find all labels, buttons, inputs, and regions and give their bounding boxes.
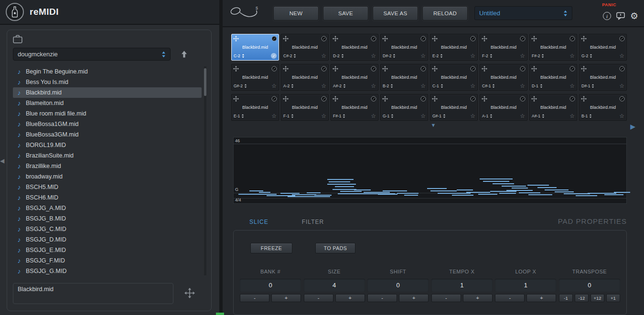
control-btn-plus[interactable]: + [271, 294, 301, 302]
move-icon[interactable] [382, 66, 388, 72]
note-stepper-icon[interactable] [391, 114, 394, 118]
pad-favorite-star-icon[interactable]: ☆ [569, 53, 575, 59]
pad-d-2[interactable]: Blackbird.midD-2☆ [331, 34, 378, 61]
note-stepper-icon[interactable] [291, 84, 294, 88]
pad-record-icon[interactable] [619, 66, 625, 72]
pad-c-2[interactable]: Blackbird.midC-2✓ [231, 34, 279, 61]
pad-favorite-star-icon[interactable]: ☆ [470, 83, 475, 89]
move-icon[interactable] [581, 36, 587, 42]
move-icon[interactable] [531, 66, 537, 72]
pad-record-icon[interactable] [520, 66, 526, 72]
control-btn-plus[interactable]: + [399, 294, 429, 302]
pad-record-icon[interactable] [569, 96, 575, 102]
file-item[interactable]: ♪broadway.mid [13, 171, 202, 182]
pad-favorite-star-icon[interactable]: ☆ [569, 83, 575, 89]
note-stepper-icon[interactable] [540, 84, 543, 88]
file-item[interactable]: ♪BlueBossa1GM.mid [13, 119, 202, 129]
preset-dropdown[interactable]: Untitled [474, 6, 572, 20]
file-item[interactable]: ♪Bess You Is.mid [13, 77, 202, 87]
note-stepper-icon[interactable] [490, 53, 493, 58]
pad-record-icon[interactable] [271, 36, 277, 42]
move-icon[interactable] [432, 36, 438, 42]
pad-favorite-star-icon[interactable]: ☆ [420, 113, 426, 119]
note-stepper-icon[interactable] [591, 84, 594, 88]
move-icon[interactable] [531, 96, 537, 102]
file-list[interactable]: ♪Begin The Beguine.mid♪Bess You Is.mid♪B… [13, 66, 205, 278]
control-btn-plus12[interactable]: +12 [590, 294, 604, 302]
control-value[interactable]: 1 [495, 279, 556, 292]
pad-fs-2[interactable]: Blackbird.midF#-2☆ [529, 34, 577, 61]
play-icon[interactable]: ▶ [630, 123, 635, 130]
control-value[interactable]: 0 [367, 279, 429, 292]
file-item[interactable]: ♪BrazilianSuite.mid [13, 150, 202, 161]
tab-slice[interactable]: SLICE [249, 219, 268, 225]
pad-favorite-star-icon[interactable]: ☆ [569, 113, 575, 119]
pad-e-1[interactable]: Blackbird.midE-1☆ [231, 94, 279, 121]
expand-down-icon[interactable]: ▼ [431, 122, 436, 128]
note-stepper-icon[interactable] [490, 114, 493, 118]
move-icon[interactable] [531, 36, 537, 42]
pad-d-1[interactable]: Blackbird.midD-1☆ [529, 64, 577, 91]
move-icon[interactable] [333, 66, 338, 72]
pad-favorite-star-icon[interactable]: ☆ [321, 53, 326, 59]
file-item[interactable]: ♪BSCH5.MID [13, 182, 202, 192]
pad-fs-1[interactable]: Blackbird.midF#-1☆ [331, 94, 378, 121]
pad-record-icon[interactable] [619, 36, 625, 42]
file-item[interactable]: ♪BSGJG_F.MID [13, 255, 202, 266]
pad-favorite-star-icon[interactable]: ☆ [619, 83, 624, 89]
pad-ds-1[interactable]: Blackbird.midD#-1☆ [579, 64, 627, 91]
pad-cs-1[interactable]: Blackbird.midC#-1☆ [480, 64, 527, 91]
pad-favorite-star-icon[interactable]: ☆ [520, 53, 525, 59]
pad-record-icon[interactable] [619, 96, 625, 102]
note-stepper-icon[interactable] [440, 84, 443, 88]
file-item[interactable]: ♪BSCH6.MID [13, 192, 202, 203]
pad-e-2[interactable]: Blackbird.midE-2☆ [430, 34, 478, 61]
pad-a-1[interactable]: Blackbird.midA-1☆ [480, 94, 527, 121]
control-value[interactable]: 0 [240, 279, 301, 292]
pad-record-icon[interactable] [520, 96, 526, 102]
file-item[interactable]: ♪BSGJG_C.MID [13, 224, 202, 234]
pad-g-1[interactable]: Blackbird.midG-1☆ [380, 94, 428, 121]
note-stepper-icon[interactable] [589, 114, 592, 118]
control-btn-minus[interactable]: - [431, 294, 461, 302]
note-stepper-icon[interactable] [443, 114, 446, 118]
pad-record-icon[interactable] [569, 66, 575, 72]
move-icon[interactable] [283, 66, 289, 72]
note-stepper-icon[interactable] [343, 114, 345, 118]
file-item[interactable]: ♪BSGJG_A.MID [13, 203, 202, 213]
pad-favorite-star-icon[interactable]: ☆ [619, 113, 624, 119]
file-item[interactable]: ♪Blue room midi file.mid [13, 108, 202, 119]
note-stepper-icon[interactable] [542, 114, 545, 118]
pad-gs-2[interactable]: Blackbird.midG#-2☆ [231, 64, 279, 91]
collapse-panel-icon[interactable]: ◀ [0, 158, 4, 164]
scrollbar-thumb[interactable] [204, 68, 206, 96]
move-icon[interactable] [432, 66, 438, 72]
save-as-button[interactable]: SAVE AS [373, 6, 418, 21]
move-icon[interactable] [482, 66, 487, 72]
control-btn-minus[interactable]: - [495, 294, 525, 302]
pad-favorite-star-icon[interactable]: ☆ [520, 83, 525, 89]
file-item[interactable]: ♪BSGJG_B.MID [13, 213, 202, 224]
pad-record-icon[interactable] [271, 96, 277, 102]
note-stepper-icon[interactable] [343, 84, 346, 88]
move-icon[interactable] [382, 96, 388, 102]
pad-record-icon[interactable] [420, 96, 426, 102]
note-stepper-icon[interactable] [242, 53, 245, 58]
resize-indicator[interactable] [216, 313, 224, 315]
pad-favorite-star-icon[interactable]: ☆ [321, 113, 326, 119]
move-icon[interactable] [581, 96, 587, 102]
note-stepper-icon[interactable] [293, 53, 296, 58]
control-btn-plus1[interactable]: +1 [606, 294, 620, 302]
pad-record-icon[interactable] [321, 36, 327, 42]
note-stepper-icon[interactable] [492, 84, 495, 88]
pad-f-1[interactable]: Blackbird.midF-1☆ [281, 94, 329, 121]
pad-record-icon[interactable] [321, 66, 327, 72]
midi-preview[interactable]: 46 G 4/4 [233, 137, 627, 204]
file-item[interactable]: ♪BlueBossa3GM.mid [13, 129, 202, 140]
note-stepper-icon[interactable] [291, 114, 294, 118]
pad-cs-2[interactable]: Blackbird.midC#-2☆ [281, 34, 329, 61]
pad-b-1[interactable]: Blackbird.midB-1☆ [579, 94, 627, 121]
pad-favorite-star-icon[interactable]: ☆ [520, 113, 525, 119]
pad-record-icon[interactable] [420, 36, 426, 42]
pad-b-2[interactable]: Blackbird.midB-2☆ [380, 64, 428, 91]
